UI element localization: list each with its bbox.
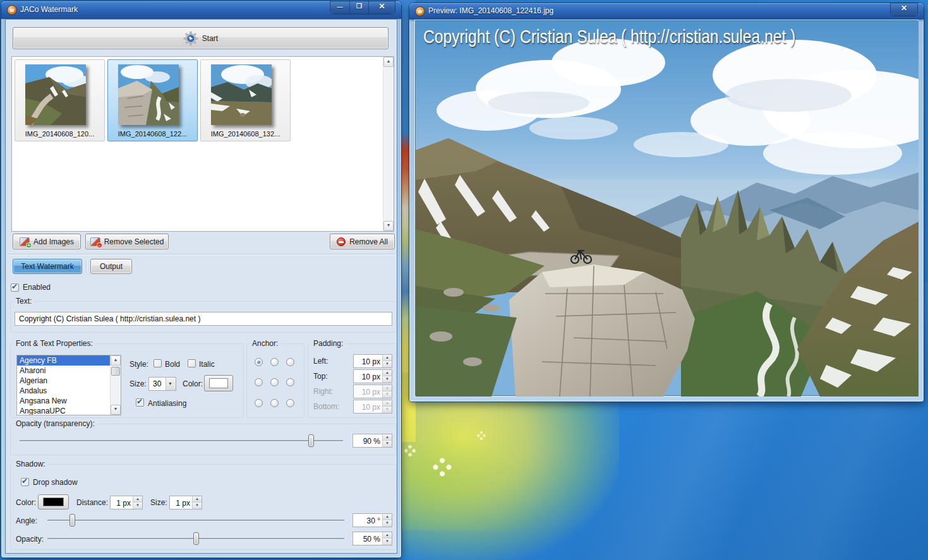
shadow-opacity-spinner[interactable]: 50 %: [353, 532, 392, 545]
italic-checkbox[interactable]: [188, 359, 196, 367]
scroll-down-icon[interactable]: [111, 405, 121, 415]
opacity-spinner[interactable]: 90 %: [353, 434, 392, 448]
angle-spinner[interactable]: 30 °: [353, 513, 392, 527]
window-controls: [891, 3, 917, 16]
opacity-value: 90 %: [363, 437, 380, 446]
tab-output[interactable]: Output: [90, 259, 132, 274]
add-images-button[interactable]: Add Images: [13, 234, 81, 249]
spinner-up-icon[interactable]: [383, 514, 392, 520]
scroll-up-icon[interactable]: [111, 355, 121, 366]
spinner-up-icon[interactable]: [383, 434, 392, 441]
start-button[interactable]: Start: [13, 27, 389, 49]
spinner-up-icon[interactable]: [383, 370, 392, 376]
enabled-checkbox[interactable]: [11, 283, 19, 292]
spinner-down-icon[interactable]: [383, 520, 392, 527]
antialiasing-checkbox[interactable]: [136, 398, 144, 407]
slider-thumb[interactable]: [69, 514, 75, 527]
minimize-button[interactable]: [330, 1, 349, 14]
scroll-up-icon[interactable]: [383, 57, 394, 67]
maximize-button[interactable]: [349, 1, 368, 14]
anchor-radio-bottom-center[interactable]: [270, 399, 279, 407]
spinner-down-icon[interactable]: [193, 503, 202, 509]
slider-track: [20, 440, 343, 441]
app-icon: [7, 5, 17, 15]
font-item-selected[interactable]: Agency FB: [17, 355, 121, 366]
spinner-up-icon[interactable]: [383, 355, 392, 361]
shadow-color-button[interactable]: [38, 494, 69, 509]
padding-left-spinner[interactable]: 10 px: [353, 354, 392, 368]
spinner-down-icon[interactable]: [133, 503, 142, 509]
preview-titlebar[interactable]: Preview: IMG_20140608_122416.jpg: [409, 3, 924, 20]
color-label: Color:: [183, 379, 203, 388]
anchor-radio-top-left[interactable]: [255, 358, 263, 366]
spinner-down-icon[interactable]: [383, 539, 392, 545]
remove-all-label: Remove All: [349, 237, 388, 246]
font-item[interactable]: Angsana New: [17, 396, 121, 406]
image-list[interactable]: IMG_20140608_120...: [11, 56, 394, 232]
padding-bottom-value: 10 px: [362, 403, 380, 412]
desktop: JACo Watermark: [0, 0, 928, 560]
slider-thumb[interactable]: [308, 434, 314, 447]
anchor-radio-middle-left[interactable]: [255, 378, 263, 386]
spinner-down-icon[interactable]: [383, 361, 392, 367]
drop-shadow-label: Drop shadow: [33, 478, 78, 487]
tab-text-watermark[interactable]: Text Watermark: [13, 259, 82, 274]
anchor-radio-middle-center[interactable]: [270, 378, 279, 386]
anchor-radio-bottom-left[interactable]: [255, 399, 263, 407]
remove-all-button[interactable]: Remove All: [330, 234, 395, 249]
watermark-text-input[interactable]: [15, 312, 392, 326]
shadow-opacity-slider[interactable]: [47, 532, 344, 545]
drop-shadow-checkbox[interactable]: [21, 478, 29, 486]
close-button[interactable]: [368, 1, 395, 14]
padding-right-spinner: 10 px: [353, 384, 392, 398]
italic-label: Italic: [199, 360, 215, 369]
shadow-size-spinner[interactable]: 1 px: [169, 496, 202, 509]
anchor-radio-middle-right[interactable]: [286, 378, 294, 386]
opacity-slider[interactable]: [20, 434, 343, 447]
spinner-down-icon[interactable]: [383, 376, 392, 383]
font-item[interactable]: Algerian: [17, 376, 121, 386]
size-dropdown[interactable]: 30: [148, 377, 176, 391]
add-images-label: Add Images: [33, 237, 74, 246]
preview-window: Preview: IMG_20140608_122416.jpg: [409, 3, 924, 402]
size-value: 30: [153, 379, 161, 388]
close-button[interactable]: [891, 3, 917, 16]
antialiasing-label: Antialiasing: [148, 399, 186, 408]
scroll-down-icon[interactable]: [383, 221, 394, 231]
scrollbar-thumb[interactable]: [111, 367, 120, 376]
distance-value: 1 px: [116, 499, 131, 508]
spinner-up-icon[interactable]: [383, 532, 392, 539]
font-group-label: Font & Text Properties:: [13, 339, 95, 348]
image-thumbnail-selected[interactable]: IMG_20140608_122...: [107, 59, 198, 141]
padding-top-spinner[interactable]: 10 px: [353, 369, 392, 383]
anchor-group-label: Anchor:: [250, 339, 280, 348]
spinner-up-icon[interactable]: [133, 496, 142, 503]
padding-left-value: 10 px: [362, 357, 380, 366]
image-thumbnail[interactable]: IMG_20140608_132...: [200, 59, 291, 141]
slider-thumb[interactable]: [193, 532, 199, 545]
font-color-button[interactable]: [204, 375, 233, 391]
font-item[interactable]: Aharoni: [17, 366, 121, 376]
anchor-radio-bottom-right[interactable]: [286, 399, 294, 407]
spinner-down-icon[interactable]: [383, 441, 392, 447]
thumbnail-filename: IMG_20140608_122...: [108, 130, 197, 138]
font-item[interactable]: Andalus: [17, 386, 121, 396]
angle-slider[interactable]: [47, 514, 344, 527]
padding-group: Padding: Left: 10 px Top: 10 px Right: 1…: [308, 343, 397, 418]
font-item[interactable]: AngsanaUPC: [17, 406, 121, 415]
wallpaper-sparkle-icon: [477, 431, 486, 440]
font-color-swatch: [209, 378, 228, 388]
distance-label: Distance:: [76, 498, 108, 507]
opacity-group-label: Opacity (transparency):: [13, 419, 97, 428]
image-list-scrollbar[interactable]: [383, 57, 394, 231]
shadow-group-label: Shadow:: [13, 460, 48, 468]
bold-checkbox[interactable]: [154, 359, 162, 367]
anchor-radio-top-center[interactable]: [270, 358, 279, 366]
anchor-radio-top-right[interactable]: [286, 358, 294, 366]
image-thumbnail[interactable]: IMG_20140608_120...: [15, 59, 105, 141]
distance-spinner[interactable]: 1 px: [110, 496, 143, 509]
font-list-scrollbar[interactable]: [110, 355, 121, 415]
font-list[interactable]: Agency FB Aharoni Algerian Andalus Angsa…: [16, 355, 121, 415]
remove-selected-button[interactable]: Remove Selected: [85, 234, 169, 249]
spinner-up-icon[interactable]: [193, 496, 202, 503]
